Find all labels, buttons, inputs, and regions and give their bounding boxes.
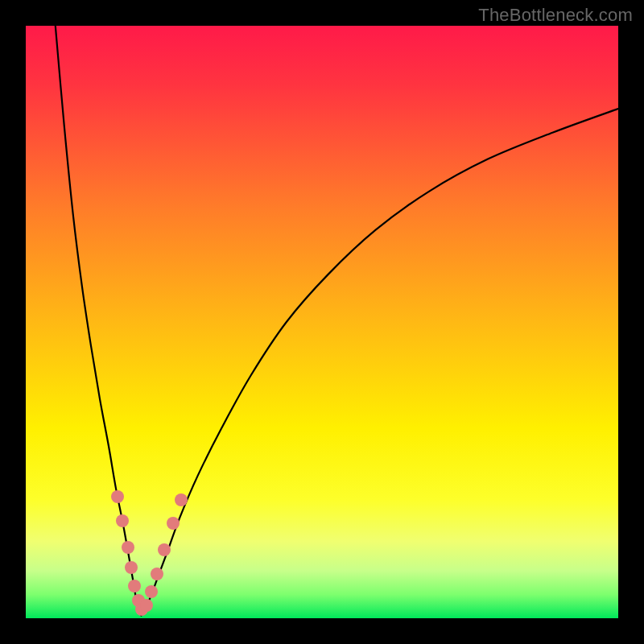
data-dot — [111, 490, 124, 503]
data-dot — [125, 561, 138, 574]
data-dot — [140, 599, 153, 612]
background-gradient — [26, 26, 618, 618]
data-dot — [151, 568, 163, 580]
data-dot — [167, 517, 180, 530]
data-dot — [122, 541, 134, 554]
data-dot — [116, 514, 129, 527]
data-dot — [175, 493, 188, 506]
data-dot — [145, 585, 158, 598]
chart-frame: TheBottleneck.com — [0, 0, 644, 644]
watermark-text: TheBottleneck.com — [478, 5, 633, 26]
data-dot — [158, 543, 171, 556]
plot-area — [26, 26, 618, 618]
svg-rect-0 — [26, 26, 618, 618]
data-dot — [128, 580, 141, 592]
